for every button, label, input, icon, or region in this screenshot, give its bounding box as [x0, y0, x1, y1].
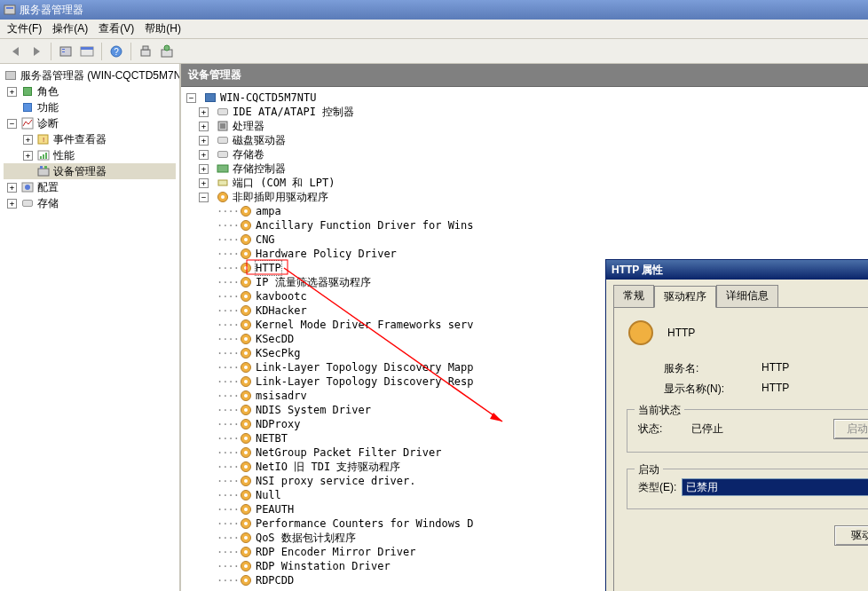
features-icon — [20, 100, 35, 114]
tree-device-manager[interactable]: 设备管理器 — [4, 163, 176, 179]
gear-icon — [239, 374, 253, 389]
driver-label: NDProxy — [256, 417, 301, 431]
tree-event-viewer[interactable]: +!事件查看器 — [4, 131, 176, 147]
driver-label: msisadrv — [256, 389, 307, 403]
driver-label: NETBT — [256, 431, 288, 445]
svg-text:!: ! — [43, 136, 44, 144]
configuration-icon — [20, 180, 35, 194]
driver-label: IP 流量筛选器驱动程序 — [256, 275, 371, 289]
menu-view[interactable]: 查看(V) — [99, 21, 134, 36]
gear-icon — [239, 545, 253, 559]
event-viewer-icon: ! — [36, 132, 51, 146]
tree-root[interactable]: 服务器管理器 (WIN-CQCTD5M7NT — [4, 67, 176, 83]
svg-text:?: ? — [114, 47, 119, 57]
driver-label: KSecPkg — [256, 346, 301, 360]
driver-item[interactable]: ····ampa — [186, 204, 868, 218]
arrow-right-icon — [34, 47, 40, 56]
driver-item[interactable]: ····CNG — [186, 232, 868, 247]
svg-point-24 — [25, 185, 30, 190]
driver-label: kavbootc — [256, 289, 307, 303]
type-select[interactable]: 已禁用 — [682, 478, 868, 496]
tree-roles[interactable]: +角色 — [4, 83, 176, 99]
expand-icon[interactable]: + — [7, 199, 17, 209]
expand-icon[interactable]: + — [7, 183, 17, 193]
toolbar-help-button[interactable]: ? — [107, 42, 126, 61]
device-computer[interactable]: −WIN-CQCTD5M7NTU — [186, 91, 868, 105]
driver-label: NSI proxy service driver. — [256, 474, 416, 488]
dialog-title: HTTP 属性 — [612, 263, 663, 278]
tree-diagnostics[interactable]: −诊断 — [4, 115, 176, 131]
collapse-icon[interactable]: − — [186, 93, 196, 103]
nav-forward-button[interactable] — [27, 42, 46, 61]
expand-icon[interactable]: + — [199, 178, 209, 188]
collapse-icon[interactable]: − — [7, 119, 17, 129]
service-name-value: HTTP — [761, 361, 789, 376]
toolbar: ? — [0, 39, 868, 64]
driver-label: RDP Winstation Driver — [256, 559, 391, 573]
nav-back-button[interactable] — [5, 42, 25, 61]
driver-name: HTTP — [667, 327, 695, 339]
menu-help[interactable]: 帮助(H) — [145, 21, 181, 36]
menu-file[interactable]: 文件(F) — [7, 21, 42, 36]
gear-icon — [239, 573, 253, 587]
svg-rect-0 — [4, 5, 15, 14]
tree-features[interactable]: 功能 — [4, 99, 176, 115]
toolbar-btn-2[interactable] — [77, 42, 97, 61]
gear-icon — [239, 403, 253, 417]
start-button[interactable]: 启动(S) — [833, 419, 868, 439]
toolbar-btn-5[interactable] — [157, 42, 177, 61]
storage-controller-icon — [216, 162, 230, 176]
collapse-icon[interactable]: − — [199, 193, 209, 202]
driver-label: Hardware Policy Driver — [256, 247, 397, 261]
expand-icon[interactable]: + — [23, 151, 33, 161]
dialog-titlebar[interactable]: HTTP 属性 ✕ — [606, 260, 868, 280]
gear-icon — [239, 275, 253, 289]
device-storage-controller[interactable]: +存储控制器 — [186, 162, 868, 176]
driver-item[interactable]: ····Ancillary Function Driver for Wins — [186, 218, 868, 232]
expand-icon[interactable]: + — [23, 135, 33, 145]
type-value: 已禁用 — [686, 480, 718, 495]
svg-rect-17 — [40, 156, 42, 159]
expand-icon[interactable]: + — [199, 136, 209, 146]
driver-label: Kernel Mode Driver Frameworks serv — [256, 318, 474, 332]
window-titlebar: 服务器管理器 — [0, 0, 868, 20]
svg-rect-3 — [62, 49, 65, 50]
tab-details[interactable]: 详细信息 — [716, 285, 778, 307]
storage-icon — [20, 196, 35, 210]
driver-details-button[interactable]: 驱动程序详细信息(D)... — [834, 525, 868, 546]
driver-label: Ancillary Function Driver for Wins — [256, 218, 474, 232]
device-volume[interactable]: +存储卷 — [186, 147, 868, 162]
driver-gear-icon — [627, 319, 655, 347]
device-port[interactable]: +端口 (COM 和 LPT) — [186, 176, 868, 190]
tab-driver[interactable]: 驱动程序 — [654, 286, 716, 308]
tab-general[interactable]: 常规 — [613, 285, 654, 307]
performance-icon — [36, 148, 51, 162]
device-processor[interactable]: +处理器 — [186, 119, 868, 133]
toolbar-btn-4[interactable] — [136, 42, 155, 61]
expand-icon[interactable]: + — [199, 150, 209, 160]
driver-label: HTTP — [256, 261, 281, 275]
device-disk[interactable]: +磁盘驱动器 — [186, 133, 868, 147]
gear-icon — [239, 417, 253, 431]
device-ide[interactable]: +IDE ATA/ATAPI 控制器 — [186, 105, 868, 119]
svg-rect-20 — [38, 169, 49, 176]
svg-rect-18 — [43, 154, 44, 159]
device-manager-icon — [36, 164, 51, 178]
driver-label: Performance Counters for Windows D — [256, 516, 474, 531]
menu-action[interactable]: 操作(A) — [52, 21, 88, 36]
tree-configuration[interactable]: +配置 — [4, 179, 176, 195]
expand-icon[interactable]: + — [7, 87, 17, 97]
gear-icon — [239, 261, 253, 275]
server-icon — [4, 68, 18, 83]
tree-performance[interactable]: +性能 — [4, 147, 176, 163]
type-label: 类型(E): — [638, 480, 676, 495]
driver-label: Link-Layer Topology Discovery Resp — [256, 374, 474, 389]
expand-icon[interactable]: + — [199, 107, 209, 117]
device-non-pnp[interactable]: −非即插即用驱动程序 — [186, 190, 868, 204]
tree-storage[interactable]: +存储 — [4, 195, 176, 211]
toolbar-btn-1[interactable] — [56, 42, 75, 61]
gear-icon — [239, 346, 253, 360]
expand-icon[interactable]: + — [199, 122, 209, 131]
expand-icon[interactable]: + — [199, 164, 209, 174]
port-icon — [216, 176, 230, 190]
